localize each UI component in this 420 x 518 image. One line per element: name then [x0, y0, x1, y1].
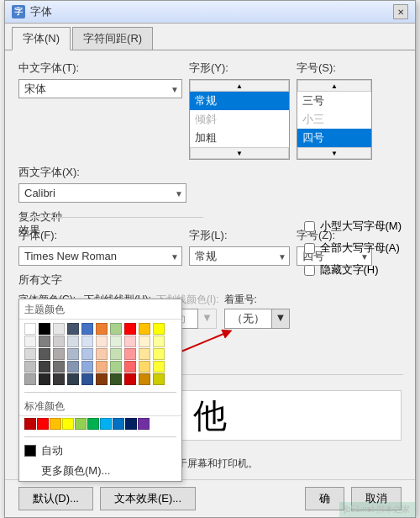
theme-color-cell[interactable]: [67, 323, 79, 335]
theme-color-cell[interactable]: [81, 348, 93, 360]
underline-color-dropdown-btn[interactable]: ▼: [198, 309, 217, 329]
standard-color-cell[interactable]: [100, 418, 112, 430]
theme-color-cell[interactable]: [53, 336, 65, 347]
text-effects-button[interactable]: 文本效果(E)...: [100, 487, 196, 510]
standard-color-cell[interactable]: [50, 418, 61, 430]
size-scroll-down[interactable]: ▼: [297, 147, 371, 159]
theme-color-cell[interactable]: [110, 361, 122, 373]
theme-color-cell[interactable]: [96, 336, 108, 347]
complex-font-select[interactable]: Times New Roman: [18, 246, 182, 266]
theme-color-cell[interactable]: [67, 348, 79, 360]
standard-color-cell[interactable]: [37, 418, 49, 430]
standard-color-cell[interactable]: [87, 418, 99, 430]
theme-color-cell[interactable]: [39, 323, 50, 335]
theme-colors-label: 主题颜色: [19, 299, 181, 320]
theme-color-cell[interactable]: [67, 373, 79, 385]
emphasis-button[interactable]: （无）: [224, 309, 272, 329]
standard-color-cell[interactable]: [125, 418, 137, 430]
style-scroll-up[interactable]: ▲: [190, 80, 289, 92]
theme-color-cell[interactable]: [139, 323, 150, 335]
theme-color-cell[interactable]: [53, 373, 65, 385]
svg-line-1: [177, 332, 228, 353]
theme-color-cell[interactable]: [139, 348, 150, 360]
theme-color-cell[interactable]: [139, 373, 150, 385]
small-caps-checkbox[interactable]: [304, 221, 315, 232]
size-option-small3[interactable]: 小三: [297, 110, 371, 129]
more-colors-row[interactable]: 更多颜色(M)...: [19, 461, 181, 481]
theme-color-cell[interactable]: [153, 373, 165, 385]
theme-color-cell[interactable]: [124, 373, 136, 385]
theme-color-cell[interactable]: [81, 361, 93, 373]
theme-color-cell[interactable]: [139, 361, 150, 373]
theme-color-cell[interactable]: [24, 323, 36, 335]
theme-color-cell[interactable]: [81, 336, 93, 347]
size-scroll-up[interactable]: ▲: [297, 80, 371, 92]
theme-color-cell[interactable]: [67, 361, 79, 373]
theme-color-cell[interactable]: [124, 348, 136, 360]
theme-color-cell[interactable]: [124, 323, 136, 335]
theme-color-cell[interactable]: [124, 361, 136, 373]
style-scroll-down[interactable]: ▼: [190, 147, 289, 159]
theme-color-cell[interactable]: [96, 323, 108, 335]
theme-color-cell[interactable]: [39, 361, 50, 373]
theme-color-cell[interactable]: [53, 348, 65, 360]
tab-font[interactable]: 字体(N): [12, 27, 71, 50]
theme-color-cell[interactable]: [110, 323, 122, 335]
theme-color-cell[interactable]: [39, 348, 50, 360]
complex-style-select[interactable]: 常规: [189, 246, 290, 266]
dialog-body: 中文字体(T): 宋体 ▼ 字形(Y): ▲ 常规 倾斜 加粗 ▼: [5, 50, 415, 479]
chinese-font-label: 中文字体(T):: [18, 61, 182, 76]
theme-color-cell[interactable]: [81, 373, 93, 385]
standard-color-row: [19, 416, 181, 433]
theme-color-cell[interactable]: [124, 336, 136, 347]
theme-color-cell[interactable]: [24, 361, 36, 373]
theme-color-cell[interactable]: [110, 336, 122, 347]
size-dropdown: ▲ 三号 小三 四号 ▼: [297, 79, 372, 160]
style-dropdown: ▲ 常规 倾斜 加粗 ▼: [189, 79, 290, 160]
theme-color-cell[interactable]: [96, 348, 108, 360]
theme-color-cell[interactable]: [53, 323, 65, 335]
standard-colors-label: 标准颜色: [19, 396, 181, 416]
more-colors-label: 更多颜色(M)...: [41, 463, 110, 478]
hidden-text-checkbox[interactable]: [304, 265, 315, 276]
theme-color-cell[interactable]: [110, 348, 122, 360]
theme-color-cell[interactable]: [153, 336, 165, 347]
theme-color-cell[interactable]: [110, 373, 122, 385]
chinese-font-select[interactable]: 宋体: [18, 79, 182, 98]
all-caps-checkbox[interactable]: [304, 243, 315, 254]
emphasis-dropdown-btn[interactable]: ▼: [272, 309, 291, 329]
western-font-select[interactable]: Calibri: [18, 183, 186, 203]
style-option-normal[interactable]: 常规: [190, 92, 289, 110]
close-button[interactable]: ✕: [393, 4, 408, 19]
style-option-italic[interactable]: 倾斜: [190, 110, 289, 129]
standard-color-cell[interactable]: [113, 418, 124, 430]
theme-color-cell[interactable]: [24, 336, 36, 347]
standard-color-cell[interactable]: [138, 418, 150, 430]
theme-color-cell[interactable]: [81, 323, 93, 335]
theme-color-cell[interactable]: [96, 373, 108, 385]
tab-spacing[interactable]: 字符间距(R): [72, 27, 153, 50]
theme-color-cell[interactable]: [39, 373, 50, 385]
standard-color-cell[interactable]: [24, 418, 36, 430]
theme-color-cell[interactable]: [39, 336, 50, 347]
theme-color-cell[interactable]: [24, 373, 36, 385]
theme-color-cell[interactable]: [53, 361, 65, 373]
style-option-bold[interactable]: 加粗: [190, 129, 289, 147]
dialog-title: 字体: [30, 4, 52, 19]
theme-color-cell[interactable]: [153, 348, 165, 360]
theme-color-cell[interactable]: [24, 348, 36, 360]
size-option-3[interactable]: 三号: [297, 92, 371, 110]
theme-color-cell[interactable]: [153, 361, 165, 373]
auto-color-row[interactable]: 自动: [19, 441, 181, 461]
theme-color-cell[interactable]: [139, 336, 150, 347]
effects-section-label: 效果: [18, 217, 203, 238]
standard-color-cell[interactable]: [75, 418, 87, 430]
default-button[interactable]: 默认(D)...: [18, 487, 93, 510]
standard-color-cell[interactable]: [62, 418, 74, 430]
theme-color-cell[interactable]: [96, 361, 108, 373]
theme-color-cell[interactable]: [67, 336, 79, 347]
theme-color-cell[interactable]: [153, 323, 165, 335]
size-option-4[interactable]: 四号: [297, 129, 371, 147]
effects-group: 小型大写字母(M) 全部大写字母(A) 隐藏文字(H): [304, 219, 402, 278]
western-font-select-wrapper: Calibri ▼: [18, 183, 186, 203]
